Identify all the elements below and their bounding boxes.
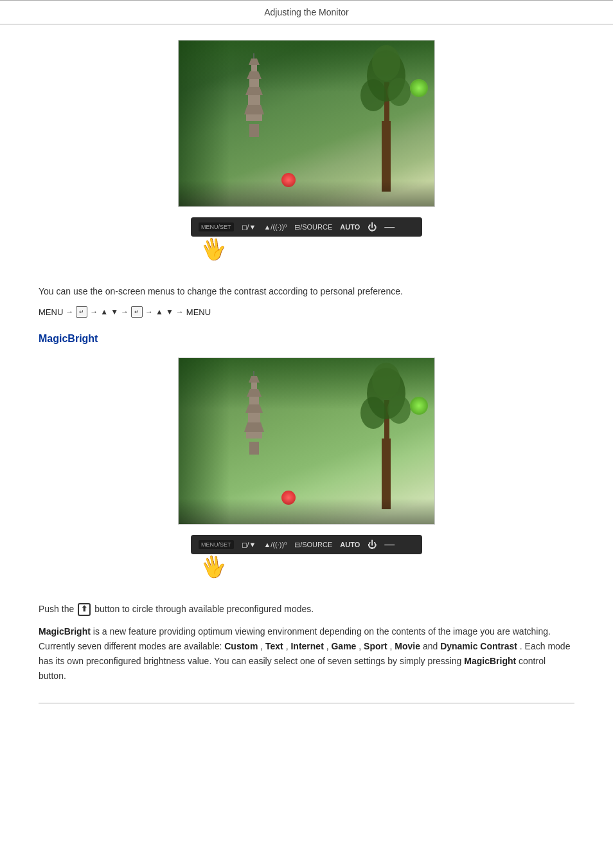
- nav-btn-1: ↵: [76, 306, 87, 318]
- highlight-game: Game: [331, 641, 356, 651]
- svg-rect-17: [246, 432, 262, 439]
- svg-rect-16: [249, 442, 259, 455]
- svg-rect-5: [249, 79, 259, 87]
- svg-point-14: [387, 78, 411, 106]
- svg-point-13: [360, 79, 386, 111]
- body-comma-1: ,: [260, 641, 265, 651]
- push-after: button to circle through available preco…: [94, 602, 314, 616]
- page-header: Adjusting the Monitor: [0, 0, 613, 24]
- nav-menu: MENU: [39, 307, 63, 317]
- ctrl-auto: AUTO: [340, 223, 360, 231]
- ctrl-btn-3: ⊟/SOURCE: [294, 223, 332, 231]
- ctrl-btn-4: ◻/▼: [242, 541, 256, 549]
- photo-2-container: [39, 357, 574, 525]
- ctrl-btn-6: ⊟/SOURCE: [294, 541, 332, 549]
- monitor-photo-1: [178, 40, 435, 207]
- svg-point-15: [372, 45, 400, 81]
- ctrl-minus-2: —: [384, 539, 395, 550]
- nav-menu-end: MENU: [186, 307, 211, 317]
- hand-area: 🖐: [191, 237, 422, 269]
- content-area: MENU/SET ◻/▼ ▲/((·))⁰ ⊟/SOURCE AUTO ⏻ — …: [0, 40, 613, 729]
- highlight-movie: Movie: [395, 641, 420, 651]
- photo-bottom: [179, 181, 434, 206]
- push-before: Push the: [39, 602, 74, 616]
- svg-point-31: [372, 363, 400, 399]
- menu-label-2: MENU/SET: [199, 540, 234, 549]
- svg-marker-24: [249, 376, 260, 383]
- hand-area-2: 🖐: [191, 554, 422, 586]
- control-bar-1: MENU/SET ◻/▼ ▲/((·))⁰ ⊟/SOURCE AUTO ⏻ —: [191, 217, 422, 237]
- hand-icon: 🖐: [198, 233, 229, 264]
- svg-rect-21: [249, 397, 259, 404]
- highlight-internet: Internet: [290, 641, 323, 651]
- green-orb-2: [410, 397, 428, 415]
- svg-rect-23: [251, 383, 257, 389]
- svg-point-30: [387, 395, 411, 424]
- highlight-magicbright-2: MagicBright: [464, 656, 516, 666]
- svg-marker-2: [244, 105, 264, 114]
- svg-point-29: [360, 397, 386, 429]
- monitor-photo-2: [178, 357, 435, 525]
- ctrl-power: ⏻: [368, 222, 377, 232]
- svg-marker-6: [247, 71, 262, 79]
- bottom-rule: [39, 703, 574, 703]
- svg-marker-20: [245, 404, 263, 413]
- svg-marker-8: [249, 59, 260, 65]
- pagoda-svg-2: [236, 371, 272, 455]
- svg-marker-4: [245, 87, 263, 95]
- control-bar-1-wrapper: MENU/SET ◻/▼ ▲/((·))⁰ ⊟/SOURCE AUTO ⏻ — …: [39, 217, 574, 269]
- highlight-magicbright-1: MagicBright: [39, 626, 91, 637]
- highlight-text: Text: [265, 641, 283, 651]
- page-title: Adjusting the Monitor: [264, 7, 349, 17]
- control-bar-2-wrapper: MENU/SET ◻/▼ ▲/((·))⁰ ⊟/SOURCE AUTO ⏻ — …: [39, 535, 574, 586]
- ctrl-minus: —: [384, 221, 395, 233]
- svg-rect-0: [249, 124, 259, 137]
- nav-btn-2: ↵: [131, 306, 143, 318]
- green-orb: [410, 79, 428, 97]
- hand-icon-2: 🖐: [198, 552, 229, 582]
- ctrl-btn-5: ▲/((·))⁰: [263, 541, 287, 549]
- ctrl-btn-2: ▲/((·))⁰: [263, 223, 287, 231]
- photo-bottom-2: [179, 498, 434, 524]
- description-text: You can use the on-screen menus to chang…: [39, 284, 574, 298]
- svg-rect-3: [248, 95, 260, 105]
- body-and: and: [423, 641, 440, 651]
- nav-formula: MENU → ↵ → ▲ ▼ → ↵ → ▲ ▼ → MENU: [39, 306, 574, 318]
- svg-rect-1: [246, 114, 262, 121]
- body-comma-4: ,: [359, 641, 364, 651]
- pagoda-svg: [236, 53, 272, 137]
- svg-rect-19: [248, 413, 260, 422]
- ctrl-btn-1: ◻/▼: [242, 223, 256, 231]
- photo-1-container: [39, 40, 574, 207]
- ctrl-auto-2: AUTO: [340, 541, 360, 548]
- highlight-dynamic-contrast: Dynamic Contrast: [440, 641, 517, 651]
- magic-bright-icon: ⬆: [78, 603, 91, 616]
- push-text: Push the ⬆ button to circle through avai…: [39, 602, 574, 616]
- tree-svg-2: [357, 361, 415, 509]
- svg-rect-7: [251, 65, 257, 71]
- body-text: MagicBright is a new feature providing o…: [39, 624, 574, 683]
- tree-svg-1: [357, 44, 415, 192]
- menu-label: MENU/SET: [199, 222, 234, 231]
- highlight-sport: Sport: [364, 641, 387, 651]
- svg-marker-18: [244, 422, 264, 432]
- svg-marker-22: [247, 389, 262, 397]
- highlight-custom: Custom: [224, 641, 258, 651]
- ctrl-power-2: ⏻: [368, 539, 377, 550]
- section-heading-magicbright: MagicBright: [39, 333, 574, 345]
- control-bar-2: MENU/SET ◻/▼ ▲/((·))⁰ ⊟/SOURCE AUTO ⏻ —: [191, 535, 422, 554]
